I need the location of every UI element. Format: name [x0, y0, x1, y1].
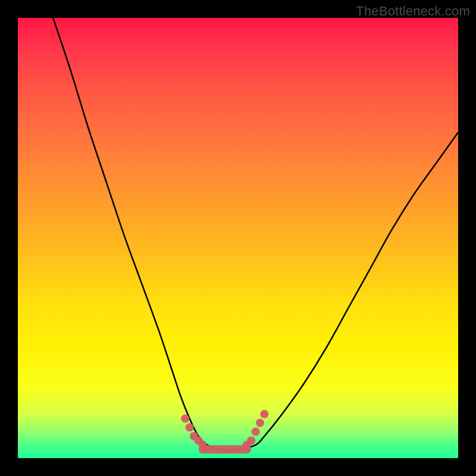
svg-point-0 — [181, 414, 189, 422]
bottleneck-curve — [53, 18, 458, 450]
svg-point-8 — [256, 419, 264, 427]
svg-point-7 — [252, 428, 260, 436]
watermark-text: TheBottleneck.com — [356, 4, 470, 19]
bottleneck-curve-svg — [18, 18, 458, 458]
svg-point-9 — [260, 410, 268, 418]
svg-point-1 — [186, 423, 194, 431]
chart-area — [18, 18, 458, 458]
svg-point-6 — [247, 436, 255, 444]
